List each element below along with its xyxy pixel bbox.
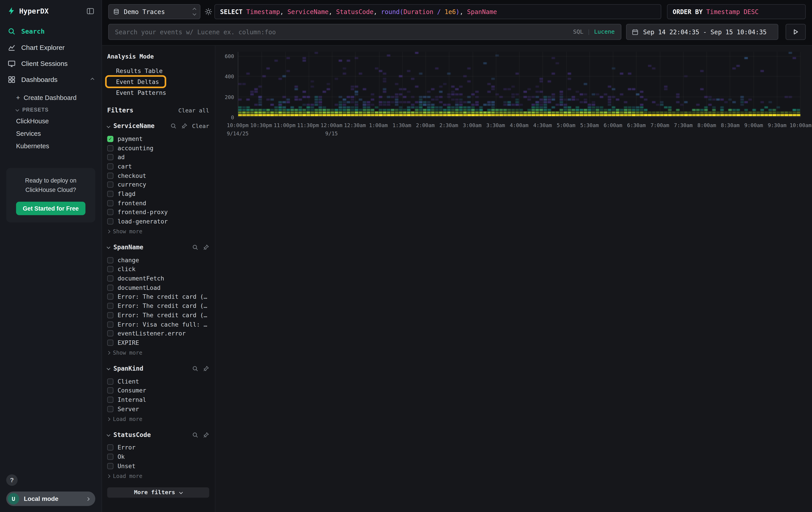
checkbox-unchecked[interactable] <box>107 257 113 263</box>
checkbox-unchecked[interactable] <box>107 209 113 215</box>
facet-search-icon[interactable] <box>192 365 198 372</box>
checkbox-unchecked[interactable] <box>107 303 113 309</box>
checkbox-unchecked[interactable] <box>107 285 113 291</box>
order-by-input[interactable]: ORDER BY Timestamp DESC <box>667 4 806 19</box>
clear-all-button[interactable]: Clear all <box>178 107 209 114</box>
sidebar-item-dashboards[interactable]: Dashboards <box>0 72 102 87</box>
checkbox-unchecked[interactable] <box>107 191 113 197</box>
checkbox-unchecked[interactable] <box>107 444 113 451</box>
lucene-search-input[interactable]: Search your events w/ Lucene ex. column:… <box>108 24 621 40</box>
facet-checkbox-item[interactable]: Consumer <box>107 386 209 395</box>
checkbox-unchecked[interactable] <box>107 294 113 300</box>
checkbox-unchecked[interactable] <box>107 154 113 160</box>
checkbox-unchecked[interactable] <box>107 172 113 179</box>
facet-checkbox-item[interactable]: Ok <box>107 452 209 461</box>
checkbox-unchecked[interactable] <box>107 163 113 169</box>
facet-pin-icon[interactable] <box>181 123 187 129</box>
sidebar-item-services[interactable]: Services <box>16 128 102 140</box>
help-button[interactable]: ? <box>6 475 18 486</box>
more-filters-button[interactable]: More filters <box>107 487 209 497</box>
facet-checkbox-item[interactable]: EXPIRE <box>107 338 209 347</box>
facet-checkbox-item[interactable]: documentLoad <box>107 283 209 292</box>
mode-event-patterns[interactable]: Event Patterns <box>107 87 209 98</box>
get-started-button[interactable]: Get Started for Free <box>16 201 85 215</box>
checkbox-unchecked[interactable] <box>107 454 113 460</box>
facet-checkbox-item[interactable]: Unset <box>107 461 209 470</box>
checkbox-unchecked[interactable] <box>107 266 113 272</box>
heatmap-canvas[interactable] <box>238 52 801 117</box>
facet-checkbox-item[interactable]: Server <box>107 404 209 413</box>
facet-checkbox-item[interactable]: frontend-proxy <box>107 208 209 217</box>
facet-checkbox-item[interactable]: ✓payment <box>107 134 209 143</box>
facet-checkbox-item[interactable]: Error: The credit card (… <box>107 311 209 320</box>
checkbox-unchecked[interactable] <box>107 406 113 412</box>
checkbox-unchecked[interactable] <box>107 387 113 394</box>
checkbox-unchecked[interactable] <box>107 218 113 225</box>
facet-header[interactable]: SpanKind <box>107 364 209 373</box>
facet-pin-icon[interactable] <box>203 244 209 250</box>
sql-mode-toggle[interactable]: SQL <box>573 28 583 35</box>
facet-load-more-button[interactable]: Load more <box>107 414 209 423</box>
facet-search-icon[interactable] <box>170 123 177 129</box>
checkbox-unchecked[interactable] <box>107 200 113 206</box>
checkbox-unchecked[interactable] <box>107 330 113 336</box>
date-range-picker[interactable]: Sep 14 22:04:35 - Sep 15 10:04:35 <box>626 24 778 40</box>
facet-checkbox-item[interactable]: Error: The credit card (… <box>107 301 209 311</box>
checkbox-unchecked[interactable] <box>107 378 113 384</box>
facet-checkbox-item[interactable]: Error: Visa cache full: … <box>107 320 209 329</box>
facet-checkbox-item[interactable]: checkout <box>107 171 209 180</box>
facet-checkbox-item[interactable]: Internal <box>107 395 209 404</box>
mode-event-deltas[interactable]: Event Deltas <box>107 76 209 87</box>
checkbox-unchecked[interactable] <box>107 321 113 327</box>
facet-item-label: currency <box>118 181 146 188</box>
facet-pin-icon[interactable] <box>203 432 209 438</box>
source-select[interactable]: Demo Traces <box>108 4 201 19</box>
facet-clear-button[interactable]: Clear <box>192 123 209 129</box>
facet-checkbox-item[interactable]: load-generator <box>107 217 209 226</box>
facet-checkbox-item[interactable]: frontend <box>107 198 209 208</box>
checkbox-unchecked[interactable] <box>107 397 113 403</box>
sql-query-input[interactable]: SELECT Timestamp, ServiceName, StatusCod… <box>214 4 661 19</box>
presets-toggle[interactable]: PRESETS <box>16 104 102 115</box>
facet-search-icon[interactable] <box>192 244 198 250</box>
facet-checkbox-item[interactable]: cart <box>107 162 209 171</box>
sidebar-item-search[interactable]: Search <box>0 23 102 39</box>
facet-checkbox-item[interactable]: ad <box>107 153 209 162</box>
checkbox-unchecked[interactable] <box>107 340 113 346</box>
mode-results-table[interactable]: Results Table <box>107 65 209 76</box>
sidebar-item-kubernetes[interactable]: Kubernetes <box>16 140 102 153</box>
run-query-button[interactable] <box>786 24 806 40</box>
facet-header[interactable]: StatusCode <box>107 430 209 439</box>
facet-checkbox-item[interactable]: currency <box>107 180 209 189</box>
facet-checkbox-item[interactable]: eventListener.error <box>107 329 209 338</box>
settings-gear-icon[interactable] <box>205 8 212 16</box>
facet-checkbox-item[interactable]: click <box>107 265 209 274</box>
checkbox-unchecked[interactable] <box>107 463 113 469</box>
facet-search-icon[interactable] <box>192 432 198 438</box>
user-menu[interactable]: U Local mode <box>6 491 95 506</box>
checkbox-unchecked[interactable] <box>107 275 113 281</box>
facet-show-more-button[interactable]: Show more <box>107 227 209 236</box>
facet-checkbox-item[interactable]: Error: The credit card (… <box>107 292 209 301</box>
sidebar-item-chart-explorer[interactable]: Chart Explorer <box>0 39 102 55</box>
checkbox-unchecked[interactable] <box>107 182 113 188</box>
checkbox-checked[interactable]: ✓ <box>107 136 113 142</box>
lucene-mode-toggle[interactable]: Lucene <box>594 28 615 35</box>
checkbox-unchecked[interactable] <box>107 145 113 151</box>
facet-checkbox-item[interactable]: Client <box>107 377 209 386</box>
facet-checkbox-item[interactable]: flagd <box>107 189 209 198</box>
collapse-sidebar-icon[interactable] <box>86 7 94 15</box>
sidebar-item-client-sessions[interactable]: Client Sessions <box>0 55 102 72</box>
facet-checkbox-item[interactable]: change <box>107 255 209 265</box>
facet-load-more-button[interactable]: Load more <box>107 471 209 480</box>
facet-checkbox-item[interactable]: Error <box>107 443 209 452</box>
create-dashboard-button[interactable]: + Create Dashboard <box>16 92 102 104</box>
facet-pin-icon[interactable] <box>203 365 209 372</box>
facet-header[interactable]: SpanName <box>107 243 209 252</box>
facet-checkbox-item[interactable]: documentFetch <box>107 274 209 283</box>
checkbox-unchecked[interactable] <box>107 312 113 318</box>
sidebar-item-clickhouse[interactable]: ClickHouse <box>16 115 102 128</box>
facet-checkbox-item[interactable]: accounting <box>107 143 209 153</box>
facet-header[interactable]: ServiceNameClear <box>107 121 209 131</box>
facet-show-more-button[interactable]: Show more <box>107 348 209 357</box>
